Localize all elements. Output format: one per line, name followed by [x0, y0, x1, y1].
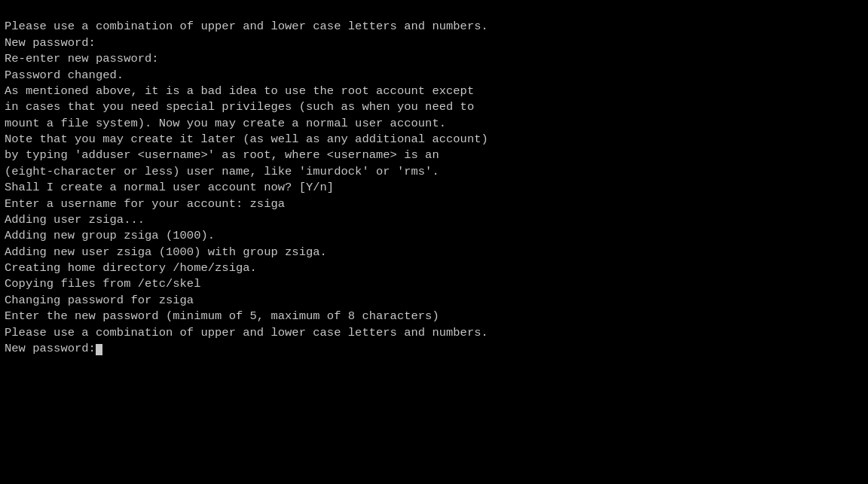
terminal-line: Shall I create a normal user account now… — [5, 180, 863, 196]
terminal-line: in cases that you need special privilege… — [5, 99, 863, 115]
terminal-output: Please use a combination of upper and lo… — [5, 3, 863, 481]
terminal-line: (eight-character or less) user name, lik… — [5, 164, 863, 180]
terminal-line: Re-enter new password: — [5, 51, 863, 67]
terminal-line: Please use a combination of upper and lo… — [5, 325, 863, 341]
terminal-line: Creating home directory /home/zsiga. — [5, 260, 863, 276]
terminal-line: Enter a username for your account: zsiga — [5, 196, 863, 212]
terminal-line: New password: — [5, 341, 863, 357]
terminal-line: Enter the new password (minimum of 5, ma… — [5, 309, 863, 324]
terminal-line: Changing password for zsiga — [5, 293, 863, 309]
terminal-line: Adding new group zsiga (1000). — [5, 228, 863, 244]
terminal-cursor — [96, 344, 102, 355]
terminal-line: As mentioned above, it is a bad idea to … — [5, 84, 863, 99]
terminal-line: Copying files from /etc/skel — [5, 276, 863, 292]
terminal-line: mount a file system). Now you may create… — [5, 116, 863, 132]
terminal-line: Note that you may create it later (as we… — [5, 132, 863, 148]
terminal-line: Password changed. — [5, 68, 863, 84]
terminal-line: by typing 'adduser <username>' as root, … — [5, 148, 863, 163]
terminal-line: Please use a combination of upper and lo… — [5, 19, 863, 35]
terminal-line: Adding user zsiga... — [5, 212, 863, 228]
terminal-line: Adding new user zsiga (1000) with group … — [5, 245, 863, 260]
terminal-line: New password: — [5, 35, 863, 51]
